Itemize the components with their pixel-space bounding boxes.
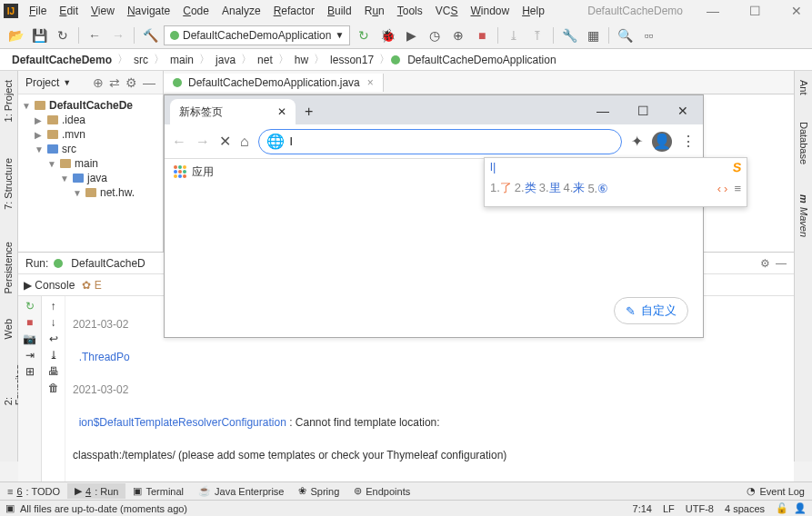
- line-separator[interactable]: LF: [663, 503, 675, 514]
- gear-icon[interactable]: ⚙: [125, 75, 137, 90]
- bookmarks-label[interactable]: 应用: [192, 164, 214, 180]
- menu-vcs[interactable]: VCS: [430, 3, 464, 19]
- debug-icon[interactable]: 🐞: [377, 25, 397, 45]
- close-button[interactable]: ✕: [785, 4, 808, 18]
- home-icon[interactable]: ⌂: [240, 134, 249, 150]
- ime-candidate[interactable]: 2.类: [515, 180, 536, 196]
- menu-analyze[interactable]: Analyze: [216, 3, 266, 19]
- tab-project[interactable]: 1: Project: [0, 74, 16, 127]
- tree-item[interactable]: src: [62, 143, 76, 155]
- tab-terminal[interactable]: ▣ Terminal: [125, 483, 191, 499]
- menu-file[interactable]: File: [24, 3, 52, 19]
- rerun-icon[interactable]: ↻: [354, 25, 374, 45]
- browser-tab[interactable]: 新标签页 ✕: [170, 99, 296, 124]
- tab-ant[interactable]: Ant: [796, 74, 812, 101]
- collapse-icon[interactable]: —: [143, 75, 155, 90]
- print-icon[interactable]: 🖶: [48, 365, 59, 378]
- menu-refactor[interactable]: Refactor: [268, 3, 320, 19]
- tab-maven[interactable]: m Maven: [796, 189, 812, 243]
- ime-menu-icon[interactable]: ≡: [734, 182, 741, 195]
- forward-icon[interactable]: →: [108, 25, 128, 45]
- scroll-icon[interactable]: ⤓: [49, 349, 58, 362]
- layout-icon[interactable]: ⊞: [25, 365, 35, 378]
- tree-item[interactable]: java: [87, 172, 107, 184]
- breadcrumb-item[interactable]: main: [165, 53, 198, 67]
- tree-item[interactable]: .mvn: [62, 128, 85, 141]
- menu-build[interactable]: Build: [322, 3, 357, 19]
- run-anything-icon[interactable]: ▫▫: [638, 25, 658, 45]
- ime-prev-icon[interactable]: ‹: [717, 182, 721, 195]
- wrap-icon[interactable]: ↩: [49, 332, 58, 345]
- maximize-button[interactable]: ☐: [623, 97, 663, 124]
- close-icon[interactable]: ×: [367, 76, 374, 89]
- address-bar[interactable]: 🌐: [258, 129, 622, 154]
- ime-candidate[interactable]: 1.了: [490, 180, 512, 196]
- build-icon[interactable]: 🔨: [140, 25, 160, 45]
- breadcrumb-root[interactable]: DefaultCacheDemo: [7, 53, 116, 67]
- ime-candidate[interactable]: 3.里: [539, 180, 561, 196]
- breadcrumb-item[interactable]: net: [253, 53, 277, 67]
- gear-icon[interactable]: ⚙: [760, 257, 770, 270]
- project-tree[interactable]: ▼DefaultCacheDe ▶.idea ▶.mvn ▼src ▼main …: [18, 94, 163, 203]
- endpoints-tab[interactable]: ✿ E: [82, 279, 101, 292]
- target-icon[interactable]: ⊕: [93, 75, 104, 90]
- expand-icon[interactable]: ⇄: [109, 75, 120, 90]
- down-icon[interactable]: ↓: [51, 316, 56, 329]
- up-icon[interactable]: ↑: [51, 300, 56, 313]
- tab-run[interactable]: ▶ 4: Run: [67, 483, 125, 499]
- lock-icon[interactable]: 🔓: [776, 502, 788, 514]
- db-icon[interactable]: ▦: [583, 25, 603, 45]
- run-config-combo[interactable]: DefaultCacheDemoApplication ▼: [164, 25, 350, 45]
- tab-structure[interactable]: 7: Structure: [0, 153, 16, 215]
- menu-edit[interactable]: Edit: [54, 3, 84, 19]
- menu-tools[interactable]: Tools: [392, 3, 428, 19]
- encoding[interactable]: UTF-8: [686, 503, 714, 514]
- tab-spring[interactable]: ❀ Spring: [291, 483, 346, 499]
- tab-persistence[interactable]: Persistence: [0, 236, 16, 299]
- tree-root[interactable]: DefaultCacheDe: [49, 99, 133, 112]
- collapse-icon[interactable]: —: [776, 257, 787, 270]
- tree-item[interactable]: .idea: [62, 114, 85, 126]
- clear-icon[interactable]: 🗑: [48, 382, 59, 394]
- git-push-icon[interactable]: ⤒: [527, 25, 547, 45]
- caret-position[interactable]: 7:14: [633, 503, 652, 514]
- save-icon[interactable]: 💾: [29, 25, 49, 45]
- tree-item[interactable]: net.hw.: [100, 186, 135, 199]
- indent[interactable]: 4 spaces: [725, 503, 765, 514]
- tab-eventlog[interactable]: ◔ Event Log: [739, 483, 812, 499]
- profile-avatar-icon[interactable]: 👤: [652, 132, 672, 152]
- chevron-down-icon[interactable]: ▼: [63, 78, 71, 87]
- wrench-icon[interactable]: 🔧: [559, 25, 579, 45]
- attach-icon[interactable]: ⊕: [448, 25, 468, 45]
- menu-help[interactable]: Help: [516, 3, 550, 19]
- profile-icon[interactable]: ◷: [425, 25, 445, 45]
- minimize-button[interactable]: —: [583, 97, 623, 124]
- editor-tab[interactable]: DefaultCacheDemoApplication.java ×: [164, 74, 384, 92]
- stop-icon[interactable]: ■: [472, 25, 492, 45]
- menu-window[interactable]: Window: [465, 3, 515, 19]
- status-icon[interactable]: ▣: [5, 502, 15, 514]
- tab-endpoints[interactable]: ⊚ Endpoints: [346, 483, 417, 499]
- breadcrumb-item[interactable]: DefaultCacheDemoApplication: [403, 53, 560, 67]
- ime-next-icon[interactable]: ›: [724, 182, 727, 195]
- tab-web[interactable]: Web: [0, 313, 16, 344]
- breadcrumb-item[interactable]: src: [129, 53, 153, 67]
- new-tab-button[interactable]: +: [296, 99, 322, 124]
- breadcrumb-item[interactable]: lesson17: [326, 53, 378, 67]
- tab-database[interactable]: Database: [796, 116, 812, 170]
- forward-icon[interactable]: →: [195, 134, 210, 150]
- close-button[interactable]: ✕: [663, 97, 703, 124]
- menu-code[interactable]: Code: [177, 3, 215, 19]
- apps-icon[interactable]: [174, 165, 186, 178]
- extensions-icon[interactable]: ✦: [631, 133, 643, 150]
- open-icon[interactable]: 📂: [5, 25, 25, 45]
- tab-javaee[interactable]: ☕ Java Enterprise: [191, 483, 291, 499]
- sync-icon[interactable]: ↻: [53, 25, 73, 45]
- screenshot-icon[interactable]: 📷: [23, 332, 36, 345]
- tree-item[interactable]: main: [75, 157, 98, 170]
- rerun-icon[interactable]: ↻: [25, 300, 35, 313]
- breadcrumb-item[interactable]: hw: [290, 53, 313, 67]
- menu-run[interactable]: Run: [359, 3, 390, 19]
- exit-icon[interactable]: ⇥: [25, 349, 35, 362]
- menu-view[interactable]: View: [85, 3, 120, 19]
